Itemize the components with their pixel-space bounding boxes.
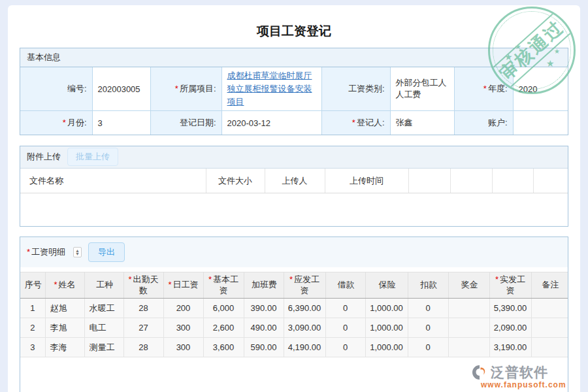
col-actual-wage: *实发工资 <box>489 272 531 299</box>
sort-spinner[interactable]: ▲▼ <box>73 247 82 257</box>
col-insurance: 保险 <box>365 272 408 299</box>
required-mark: * <box>483 84 487 93</box>
required-mark: * <box>175 84 178 93</box>
export-button[interactable]: 导出 <box>88 242 125 262</box>
basic-info-section-title: 基本信息 <box>20 48 568 67</box>
cell-remarks <box>531 318 568 338</box>
cell-attendance-days: 27 <box>123 318 163 338</box>
col-empty <box>492 169 533 193</box>
basic-info-table: 编号: 202003005 *所属项目: 成都杜甫草堂临时展厅独立展柜报警设备安… <box>20 67 568 135</box>
cell-name: 李旭 <box>45 318 84 338</box>
col-deduction: 扣款 <box>408 272 448 299</box>
attachments-section-title: 附件上传 <box>27 151 61 163</box>
attachments-header-row: 文件名称 文件大小 上传人 上传时间 <box>20 169 568 193</box>
cell-insurance: 1,000.00 <box>365 299 408 318</box>
cell-remarks <box>531 338 568 357</box>
cell-loan: 0 <box>325 299 365 318</box>
cell-actual-wage: 5,390.00 <box>489 299 531 318</box>
cell-overtime-pay: 390.00 <box>244 299 284 318</box>
cell-bonus <box>448 338 489 357</box>
salary-row: 1 赵旭 水暖工 28 200 6,000 390.00 6,390.00 0 … <box>20 299 568 318</box>
cell-loan: 0 <box>325 318 365 338</box>
required-mark: * <box>63 118 66 127</box>
attachments-empty-area <box>20 193 568 226</box>
vendor-name: 泛普软件 <box>491 363 548 382</box>
cell-bonus <box>448 318 489 338</box>
cell-deduction: 0 <box>408 338 448 357</box>
salary-detail-table: 序号 *姓名 工种 *出勤天数 *日工资 *基本工资 加班费 *应发工资 借款 … <box>20 272 568 357</box>
cell-remarks <box>531 299 568 318</box>
basic-info-row: 编号: 202003005 *所属项目: 成都杜甫草堂临时展厅独立展柜报警设备安… <box>20 67 568 111</box>
cell-seq: 2 <box>20 318 45 338</box>
field-value-month: 3 <box>92 111 150 135</box>
field-value-registrant: 张鑫 <box>390 111 454 135</box>
col-empty <box>408 169 450 193</box>
col-overtime-pay: 加班费 <box>244 272 284 299</box>
field-value-project: 成都杜甫草堂临时展厅独立展柜报警设备安装项目 <box>221 67 321 111</box>
col-remarks: 备注 <box>531 272 568 299</box>
cell-actual-wage: 2,090.00 <box>489 318 531 338</box>
col-upload-time: 上传时间 <box>325 169 408 193</box>
field-label-register-date: 登记日期: <box>150 111 221 135</box>
field-value-salary-category: 外部分包工人人工费 <box>390 67 454 111</box>
col-name: *姓名 <box>45 272 84 299</box>
cell-insurance: 1,000.00 <box>365 318 408 338</box>
fanpu-logo-icon <box>472 364 489 381</box>
col-work-type: 工种 <box>84 272 123 299</box>
cell-deduction: 0 <box>408 318 448 338</box>
col-base-wage: *基本工资 <box>203 272 244 299</box>
salary-row: 2 李旭 电工 27 300 2,600 490.00 3,090.00 0 1… <box>20 318 568 338</box>
field-label-account: 账户: <box>454 111 513 135</box>
main-panel: 项目工资登记 ★ ★ ★ ★ ★ 审核通过 基本信息 编号: 202003005… <box>8 5 580 392</box>
field-value-account <box>513 111 568 135</box>
cell-payable-wage: 3,090.00 <box>284 318 325 338</box>
attachments-section: 附件上传 批量上传 文件名称 文件大小 上传人 上传时间 <box>20 146 568 227</box>
col-bonus: 奖金 <box>448 272 489 299</box>
attachments-table: 文件名称 文件大小 上传人 上传时间 <box>20 169 568 194</box>
field-label-salary-category: 工资类别: <box>321 67 390 111</box>
project-link[interactable]: 成都杜甫草堂临时展厅独立展柜报警设备安装项目 <box>227 71 312 106</box>
cell-name: 李海 <box>45 338 84 357</box>
chevron-down-icon: ▼ <box>75 252 80 255</box>
page-title: 项目工资登记 <box>8 5 580 40</box>
col-file-name: 文件名称 <box>20 169 206 193</box>
cell-name: 赵旭 <box>45 299 84 318</box>
field-value-number: 202003005 <box>92 67 150 111</box>
cell-seq: 1 <box>20 299 45 318</box>
batch-upload-button[interactable]: 批量上传 <box>67 148 118 166</box>
salary-detail-title: *工资明细 <box>27 246 65 258</box>
col-file-size: 文件大小 <box>206 169 265 193</box>
field-label-number: 编号: <box>20 67 92 111</box>
cell-actual-wage: 3,190.00 <box>489 338 531 357</box>
col-loan: 借款 <box>325 272 365 299</box>
vendor-url: www.fanpusoft.com <box>472 380 571 389</box>
field-label-month: *月份: <box>20 111 92 135</box>
cell-work-type: 测量工 <box>84 338 123 357</box>
salary-header-row: 序号 *姓名 工种 *出勤天数 *日工资 *基本工资 加班费 *应发工资 借款 … <box>20 272 568 299</box>
cell-seq: 3 <box>20 338 45 357</box>
cell-base-wage: 3,600 <box>203 338 244 357</box>
col-uploader: 上传人 <box>265 169 325 193</box>
cell-insurance: 1,000.00 <box>365 338 408 357</box>
salary-detail-header: *工资明细 ▲▼ 导出 <box>20 237 568 267</box>
cell-work-type: 电工 <box>84 318 123 338</box>
col-empty <box>533 169 568 193</box>
cell-base-wage: 2,600 <box>203 318 244 338</box>
field-value-register-date: 2020-03-12 <box>221 111 321 135</box>
cell-daily-wage: 300 <box>163 338 203 357</box>
col-empty <box>450 169 492 193</box>
required-mark: * <box>352 118 355 127</box>
cell-work-type: 水暖工 <box>84 299 123 318</box>
col-seq: 序号 <box>20 272 45 299</box>
vendor-logo: 泛普软件 www.fanpusoft.com <box>472 363 571 389</box>
field-label-registrant: *登记人: <box>321 111 390 135</box>
cell-daily-wage: 200 <box>163 299 203 318</box>
cell-payable-wage: 4,190.00 <box>284 338 325 357</box>
cell-deduction: 0 <box>408 299 448 318</box>
salary-row: 3 李海 测量工 28 300 3,600 590.00 4,190.00 0 … <box>20 338 568 357</box>
basic-info-section: 基本信息 编号: 202003005 *所属项目: 成都杜甫草堂临时展厅独立展柜… <box>20 48 568 135</box>
field-value-year: 2020 <box>513 67 568 111</box>
cell-bonus <box>448 299 489 318</box>
col-payable-wage: *应发工资 <box>284 272 325 299</box>
cell-loan: 0 <box>325 338 365 357</box>
